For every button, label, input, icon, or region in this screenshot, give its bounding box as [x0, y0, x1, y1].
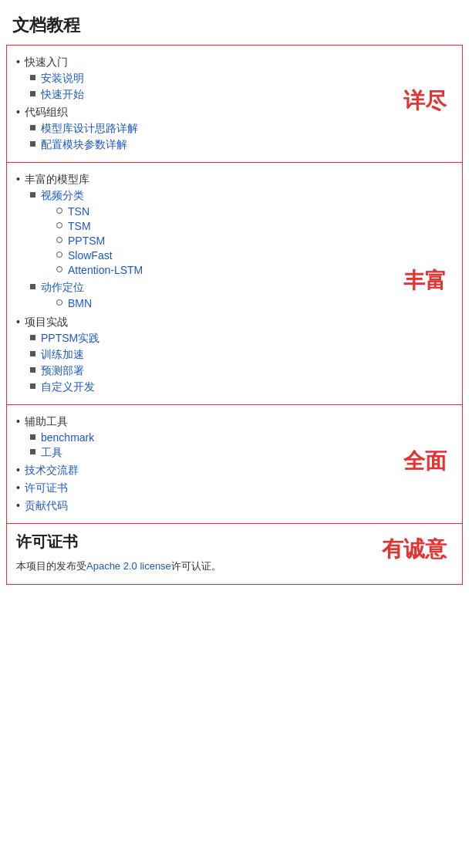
- circle-item-bmn: BMN: [56, 297, 92, 309]
- modellib-sublist: 视频分类 TSN TSM: [16, 189, 453, 312]
- prediction-link[interactable]: 预测部署: [41, 364, 84, 378]
- sub-item-install: 安装说明: [30, 72, 453, 86]
- square-bullet-install: [30, 75, 35, 80]
- license-text-after: 许可认证。: [171, 560, 221, 572]
- circle-bullet-attention-lstm: [56, 266, 62, 272]
- bmn-link[interactable]: BMN: [68, 297, 92, 309]
- circle-bullet-tsn: [56, 208, 62, 214]
- main-item-modellib: 丰富的模型库 视频分类 TSN: [16, 173, 453, 312]
- license-nav-link[interactable]: 许可证书: [25, 481, 68, 494]
- videoclassify-group: 视频分类 TSN TSM: [41, 189, 143, 279]
- license-section-label: 有诚意: [382, 535, 447, 564]
- circle-item-slowfast: SlowFast: [56, 249, 143, 262]
- section-detail: 详尽 快速入门 安装说明 快速开始 代码组织: [6, 45, 463, 163]
- square-bullet-pptsmpractice: [30, 335, 35, 340]
- actionloc-link[interactable]: 动作定位: [41, 281, 84, 293]
- license-text-before: 本项目的发布受: [16, 560, 86, 572]
- license-section: 有诚意 许可证书 本项目的发布受Apache 2.0 license许可认证。: [6, 524, 463, 585]
- section-full-list: 辅助工具 benchmark 工具 技术交流群 许可证书: [16, 415, 453, 513]
- circle-item-tsn: TSN: [56, 205, 143, 218]
- quickstart-label: 快速入门: [16, 56, 68, 68]
- modellib-label: 丰富的模型库: [16, 173, 89, 185]
- circle-bullet-pptsm: [56, 237, 62, 243]
- quickbegin-link[interactable]: 快速开始: [41, 88, 84, 102]
- square-bullet-prediction: [30, 367, 35, 373]
- tsn-link[interactable]: TSN: [68, 205, 89, 218]
- codeorg-label: 代码组织: [16, 106, 68, 118]
- page-container: 文档教程 详尽 快速入门 安装说明 快速开始: [0, 0, 469, 593]
- contribute-link[interactable]: 贡献代码: [25, 499, 68, 512]
- sub-item-benchmark: benchmark: [30, 431, 453, 444]
- tools-label: 辅助工具: [16, 415, 68, 427]
- actionloc-circle-list: BMN: [41, 297, 92, 309]
- circle-item-pptsm: PPTSM: [56, 235, 143, 247]
- apache-license-link[interactable]: Apache 2.0 license: [86, 560, 171, 572]
- install-link[interactable]: 安装说明: [41, 72, 84, 86]
- tools-sublist: benchmark 工具: [16, 431, 453, 460]
- circle-bullet-tsm: [56, 222, 62, 228]
- square-bullet-trainaccel: [30, 351, 35, 356]
- sub-item-actionloc: 动作定位 BMN: [30, 281, 453, 312]
- main-item-techgroup: 技术交流群: [16, 464, 453, 478]
- circle-item-attention-lstm: Attention-LSTM: [56, 264, 143, 276]
- sub-item-customdev: 自定义开发: [30, 380, 453, 394]
- section-detail-list: 快速入门 安装说明 快速开始 代码组织: [16, 56, 453, 152]
- tsm-link[interactable]: TSM: [68, 220, 91, 232]
- modeldesign-link[interactable]: 模型库设计思路详解: [41, 122, 138, 136]
- section-rich: 丰富 丰富的模型库 视频分类 TSN: [6, 163, 463, 405]
- page-title: 文档教程: [0, 8, 469, 45]
- attention-lstm-link[interactable]: Attention-LSTM: [68, 264, 143, 276]
- sub-item-tool: 工具: [30, 446, 453, 460]
- pptsmpractice-link[interactable]: PPTSM实践: [41, 332, 100, 346]
- sub-item-prediction: 预测部署: [30, 364, 453, 378]
- square-bullet-videoclassify: [30, 192, 35, 198]
- circle-bullet-bmn: [56, 299, 62, 306]
- slowfast-link[interactable]: SlowFast: [68, 249, 113, 262]
- main-item-codeorg: 代码组织 模型库设计思路详解 配置模块参数详解: [16, 106, 453, 152]
- techgroup-link[interactable]: 技术交流群: [25, 464, 79, 476]
- main-item-license: 许可证书: [16, 481, 453, 495]
- main-item-projectpractice: 项目实战 PPTSM实践 训练加速 预测部署: [16, 316, 453, 394]
- square-bullet-quickbegin: [30, 91, 35, 96]
- section-rich-list: 丰富的模型库 视频分类 TSN: [16, 173, 453, 394]
- main-item-contribute: 贡献代码: [16, 499, 453, 513]
- sub-item-videoclassify: 视频分类 TSN TSM: [30, 189, 453, 279]
- main-item-quickstart: 快速入门 安装说明 快速开始: [16, 56, 453, 102]
- tool-link[interactable]: 工具: [41, 446, 62, 460]
- main-item-tools: 辅助工具 benchmark 工具: [16, 415, 453, 460]
- benchmark-link[interactable]: benchmark: [41, 431, 94, 444]
- sub-item-trainaccel: 训练加速: [30, 348, 453, 362]
- square-bullet-benchmark: [30, 434, 35, 440]
- quickstart-sublist: 安装说明 快速开始: [16, 72, 453, 102]
- videoclassify-link[interactable]: 视频分类: [41, 189, 84, 201]
- projectpractice-sublist: PPTSM实践 训练加速 预测部署 自定义开发: [16, 332, 453, 394]
- pptsm-link[interactable]: PPTSM: [68, 235, 105, 247]
- square-bullet-actionloc: [30, 284, 35, 289]
- projectpractice-label: 项目实战: [16, 316, 68, 328]
- square-bullet-configmodule: [30, 141, 35, 147]
- circle-item-tsm: TSM: [56, 220, 143, 232]
- sub-item-quickbegin: 快速开始: [30, 88, 453, 102]
- videoclassify-circle-list: TSN TSM PPTSM: [41, 205, 143, 276]
- actionloc-group: 动作定位 BMN: [41, 281, 92, 312]
- sub-item-modeldesign: 模型库设计思路详解: [30, 122, 453, 136]
- sub-item-configmodule: 配置模块参数详解: [30, 138, 453, 152]
- codeorg-sublist: 模型库设计思路详解 配置模块参数详解: [16, 122, 453, 152]
- circle-bullet-slowfast: [56, 252, 62, 258]
- sub-item-pptsmpractice: PPTSM实践: [30, 332, 453, 346]
- configmodule-link[interactable]: 配置模块参数详解: [41, 138, 127, 152]
- section-full: 全面 辅助工具 benchmark 工具 技术交流群: [6, 405, 463, 524]
- square-bullet-modeldesign: [30, 125, 35, 130]
- trainaccel-link[interactable]: 训练加速: [41, 348, 84, 362]
- customdev-link[interactable]: 自定义开发: [41, 380, 95, 394]
- square-bullet-tool: [30, 449, 35, 454]
- square-bullet-customdev: [30, 383, 35, 389]
